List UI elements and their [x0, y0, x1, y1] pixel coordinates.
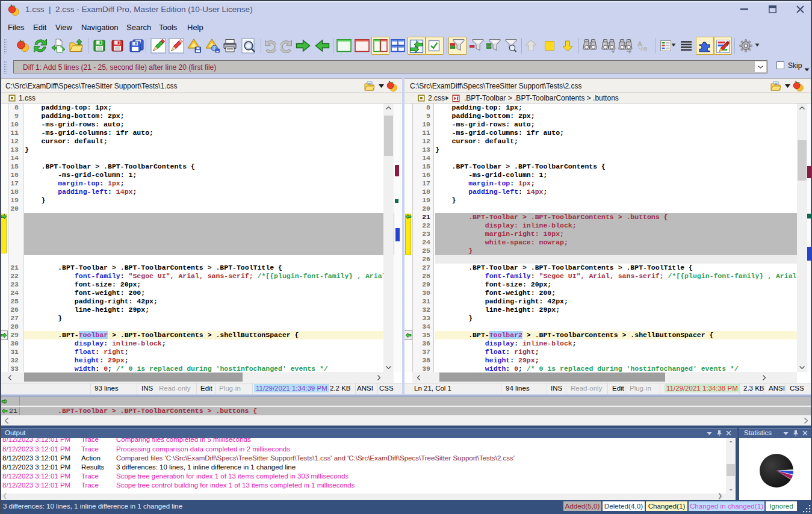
svg-text:AB: AB [640, 46, 648, 52]
